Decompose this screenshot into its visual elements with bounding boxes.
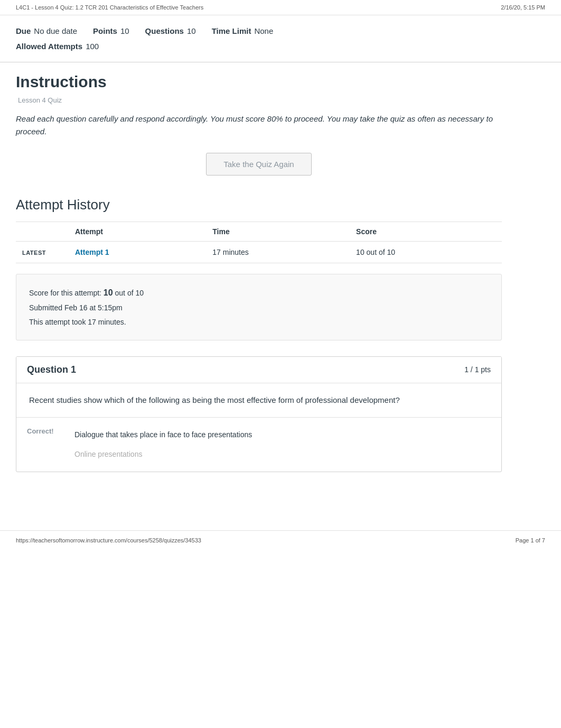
allowed-attempts-label: Allowed Attempts [16,39,82,53]
correct-label: Correct! [16,418,64,445]
col-header-label [16,222,69,242]
col-header-attempt: Attempt [69,222,206,242]
latest-label: LATEST [16,242,69,263]
points-label: Points [93,24,117,38]
answer-area: Correct! Dialogue that takes place in fa… [16,418,501,472]
meta-row-2: Allowed Attempts 100 [16,39,545,53]
allowed-attempts-item: Allowed Attempts 100 [16,39,99,53]
meta-bar: Due No due date Points 10 Questions 10 T… [0,15,561,62]
col-header-score: Score [350,222,502,242]
allowed-attempts-value: 100 [86,39,99,53]
quiz-subtitle: Lesson 4 Quiz [16,96,502,104]
score-suffix: out of 10 [113,289,144,297]
score-prefix: Score for this attempt: [29,289,104,297]
due-item: Due No due date [16,24,77,38]
due-value: No due date [34,24,77,38]
due-label: Due [16,24,31,38]
attempt-history-title: Attempt History [16,197,502,213]
questions-label: Questions [145,24,184,38]
instructions-title: Instructions [16,73,502,91]
time-cell: 17 minutes [206,242,350,263]
top-bar: L4C1 - Lesson 4 Quiz: 1.2 TCR 201 Charac… [0,0,561,15]
points-value: 10 [120,24,129,38]
attempt-table: Attempt Time Score LATEST Attempt 1 17 m… [16,222,502,263]
score-cell: 10 out of 10 [350,242,502,263]
time-limit-value: None [254,24,273,38]
meta-row-1: Due No due date Points 10 Questions 10 T… [16,24,545,38]
footer-page: Page 1 of 7 [516,537,545,543]
take-quiz-btn-wrapper: Take the Quiz Again [16,153,502,176]
table-header-row: Attempt Time Score [16,222,502,242]
table-row: LATEST Attempt 1 17 minutes 10 out of 10 [16,242,502,263]
question-header: Question 1 1 / 1 pts [16,357,501,383]
questions-value: 10 [187,24,196,38]
answers-list: Dialogue that takes place in face to fac… [64,418,501,472]
answer-option: Dialogue that takes place in face to fac… [74,425,491,445]
question-card: Question 1 1 / 1 pts Recent studies show… [16,356,502,472]
attempt-link-cell[interactable]: Attempt 1 [69,242,206,263]
time-limit-label: Time Limit [212,24,251,38]
footer-url: https://teachersoftomorrow.instructure.c… [16,537,201,543]
score-line: Score for this attempt: 10 out of 10 [29,285,489,301]
submitted-line: Submitted Feb 16 at 5:15pm [29,301,489,315]
time-limit-item: Time Limit None [212,24,274,38]
question-title: Question 1 [27,364,76,375]
footer: https://teachersoftomorrow.instructure.c… [0,530,561,550]
question-pts: 1 / 1 pts [464,365,491,374]
col-header-time: Time [206,222,350,242]
questions-container: Question 1 1 / 1 pts Recent studies show… [16,356,502,472]
instructions-text: Read each question carefully and respond… [16,113,502,138]
score-summary: Score for this attempt: 10 out of 10 Sub… [16,274,502,340]
answer-option: Online presentations [74,445,491,464]
datetime: 2/16/20, 5:15 PM [501,4,545,11]
page-title: L4C1 - Lesson 4 Quiz: 1.2 TCR 201 Charac… [16,4,203,11]
attempt-link[interactable]: Attempt 1 [75,248,109,256]
question-body: Recent studies show which of the followi… [16,383,501,418]
take-quiz-button[interactable]: Take the Quiz Again [206,153,311,176]
main-content: Instructions Lesson 4 Quiz Read each que… [0,62,518,509]
duration-line: This attempt took 17 minutes. [29,315,489,329]
points-item: Points 10 [93,24,129,38]
score-number: 10 [104,288,113,297]
questions-item: Questions 10 [145,24,196,38]
